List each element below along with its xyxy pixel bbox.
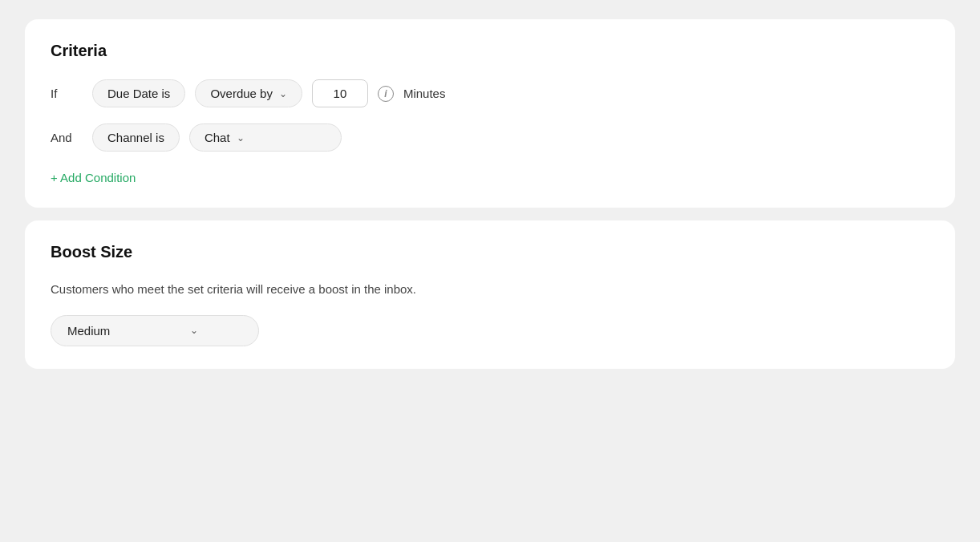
boost-size-dropdown[interactable]: Medium ⌄	[51, 315, 259, 346]
boost-size-value: Medium	[67, 324, 110, 338]
info-icon: i	[378, 86, 394, 102]
overdue-by-dropdown[interactable]: Overdue by ⌄	[195, 79, 302, 107]
overdue-by-label: Overdue by	[210, 87, 273, 100]
criteria-card: Criteria If Due Date is Overdue by ⌄ i M…	[25, 19, 955, 208]
overdue-by-chevron-icon: ⌄	[279, 88, 287, 99]
channel-chevron-icon: ⌄	[237, 132, 245, 144]
condition-row-1: If Due Date is Overdue by ⌄ i Minutes	[51, 79, 929, 107]
boost-size-title: Boost Size	[51, 243, 929, 261]
criteria-title: Criteria	[51, 42, 929, 60]
row2-prefix: And	[51, 131, 83, 144]
unit-label: Minutes	[403, 87, 446, 100]
boost-size-card: Boost Size Customers who meet the set cr…	[25, 220, 955, 369]
channel-value-dropdown[interactable]: Chat ⌄	[189, 123, 342, 152]
condition-row-2: And Channel is Chat ⌄	[51, 123, 929, 152]
add-condition-button[interactable]: + Add Condition	[51, 171, 136, 184]
add-condition-label: + Add Condition	[51, 171, 136, 184]
channel-value-label: Chat	[205, 131, 230, 144]
due-date-condition-pill: Due Date is	[92, 79, 185, 107]
boost-size-description: Customers who meet the set criteria will…	[51, 281, 929, 299]
row1-prefix: If	[51, 87, 83, 100]
channel-condition-pill: Channel is	[92, 123, 180, 152]
overdue-value-input[interactable]	[312, 79, 368, 107]
boost-size-chevron-icon: ⌄	[190, 325, 198, 336]
